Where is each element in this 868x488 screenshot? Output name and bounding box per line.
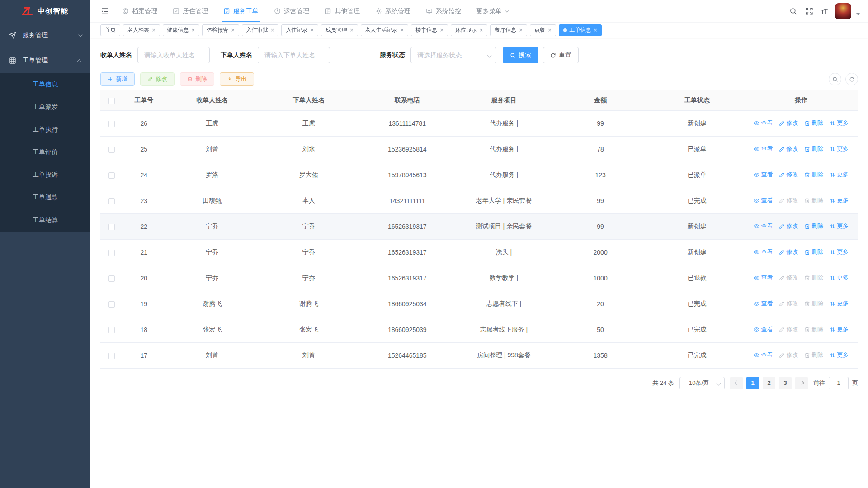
tab[interactable]: 老人档案 × [123,24,160,36]
close-icon[interactable]: × [548,27,552,33]
tab[interactable]: 老人生活记录 × [361,24,409,36]
search-icon[interactable] [789,7,797,15]
more-link[interactable]: 更多 [830,222,849,230]
close-icon[interactable]: × [440,27,443,33]
modify-link[interactable]: 修改 [779,196,798,204]
page-size-select[interactable] [679,377,725,389]
row-checkbox[interactable] [108,147,115,153]
nav-item-work-order[interactable]: 服务工单 [223,0,259,22]
view-link[interactable]: 查看 [754,171,773,179]
more-link[interactable]: 更多 [830,299,849,308]
modify-button[interactable]: 修改 [140,72,175,86]
row-checkbox[interactable] [108,121,115,127]
sidebar-submenu-item[interactable]: 工单退款 [0,186,90,209]
sidebar-item-workorder-mgmt[interactable]: 工单管理 [0,48,90,73]
row-checkbox[interactable] [108,327,115,333]
close-icon[interactable]: × [271,27,274,33]
view-link[interactable]: 查看 [754,274,773,282]
modify-link[interactable]: 修改 [779,119,798,127]
delete-link[interactable]: 删除 [804,196,823,204]
view-link[interactable]: 查看 [754,196,773,204]
sidebar-submenu-item[interactable]: 工单派发 [0,96,90,118]
page-size-input[interactable] [679,377,725,389]
status-select[interactable] [410,47,496,63]
close-icon[interactable]: × [480,27,483,33]
close-icon[interactable]: × [350,27,354,33]
nav-item-archive[interactable]: 档案管理 [122,0,157,22]
tab[interactable]: 体检报告 × [202,24,239,36]
tab[interactable]: 楼宇信息 × [411,24,448,36]
sidebar-submenu-item[interactable]: 工单信息 [0,73,90,96]
more-link[interactable]: 更多 [830,196,849,204]
nav-item-other[interactable]: 其他管理 [325,0,360,22]
avatar-caret-icon[interactable] [856,13,860,15]
status-select-input[interactable] [410,47,496,63]
modify-link[interactable]: 修改 [779,299,798,308]
more-link[interactable]: 更多 [830,119,849,127]
nav-item-system[interactable]: 系统管理 [375,0,410,22]
fullscreen-icon[interactable] [805,7,813,15]
nav-item-monitor[interactable]: 系统监控 [426,0,461,22]
modify-link[interactable]: 修改 [779,222,798,230]
delete-link[interactable]: 删除 [804,222,823,230]
sidebar-submenu-item[interactable]: 工单结算 [0,209,90,232]
font-size-icon[interactable]: TT [821,7,827,15]
tab[interactable]: 工单信息 × [559,24,602,36]
modify-link[interactable]: 修改 [779,325,798,333]
page-number-button[interactable]: 2 [763,377,775,389]
view-link[interactable]: 查看 [754,145,773,153]
nav-item-more-menu[interactable]: 更多菜单 [476,0,508,22]
sidebar-submenu-item[interactable]: 工单投诉 [0,164,90,186]
tab[interactable]: 床位显示 × [451,24,488,36]
close-icon[interactable]: × [401,27,404,33]
delete-link[interactable]: 删除 [804,145,823,153]
receiver-input[interactable] [137,47,210,63]
delete-link[interactable]: 删除 [804,299,823,308]
more-link[interactable]: 更多 [830,274,849,282]
close-icon[interactable]: × [594,27,598,33]
delete-link[interactable]: 删除 [804,119,823,127]
view-link[interactable]: 查看 [754,299,773,308]
view-link[interactable]: 查看 [754,248,773,256]
delete-link[interactable]: 删除 [804,325,823,333]
delete-button[interactable]: 删除 [180,72,214,86]
avatar[interactable] [835,3,851,19]
more-link[interactable]: 更多 [830,351,849,359]
select-all-checkbox[interactable] [108,98,115,104]
close-icon[interactable]: × [519,27,523,33]
row-checkbox[interactable] [108,250,115,256]
close-icon[interactable]: × [152,27,156,33]
export-button[interactable]: 导出 [220,72,254,86]
nav-item-operations[interactable]: 运营管理 [274,0,309,22]
tab[interactable]: 健康信息 × [163,24,200,36]
sidebar-submenu-item[interactable]: 工单执行 [0,118,90,141]
more-link[interactable]: 更多 [830,248,849,256]
sidebar-collapse-icon[interactable] [100,7,109,16]
view-link[interactable]: 查看 [754,119,773,127]
view-link[interactable]: 查看 [754,325,773,333]
tab[interactable]: 首页 × [100,24,120,36]
row-checkbox[interactable] [108,172,115,179]
sidebar-submenu-item[interactable]: 工单评价 [0,141,90,164]
goto-page-input[interactable] [829,377,849,389]
orderer-input[interactable] [258,47,330,63]
more-link[interactable]: 更多 [830,145,849,153]
delete-link[interactable]: 删除 [804,351,823,359]
view-link[interactable]: 查看 [754,351,773,359]
more-link[interactable]: 更多 [830,171,849,179]
modify-link[interactable]: 修改 [779,248,798,256]
modify-link[interactable]: 修改 [779,274,798,282]
table-refresh-button[interactable] [845,73,858,85]
modify-link[interactable]: 修改 [779,145,798,153]
close-icon[interactable]: × [310,27,314,33]
prev-page-button[interactable] [730,377,743,389]
add-button[interactable]: 新增 [100,72,135,86]
row-checkbox[interactable] [108,224,115,230]
row-checkbox[interactable] [108,353,115,359]
delete-link[interactable]: 删除 [804,171,823,179]
more-link[interactable]: 更多 [830,325,849,333]
delete-link[interactable]: 删除 [804,274,823,282]
modify-link[interactable]: 修改 [779,171,798,179]
nav-item-residence[interactable]: 居住管理 [173,0,208,22]
close-icon[interactable]: × [231,27,235,33]
